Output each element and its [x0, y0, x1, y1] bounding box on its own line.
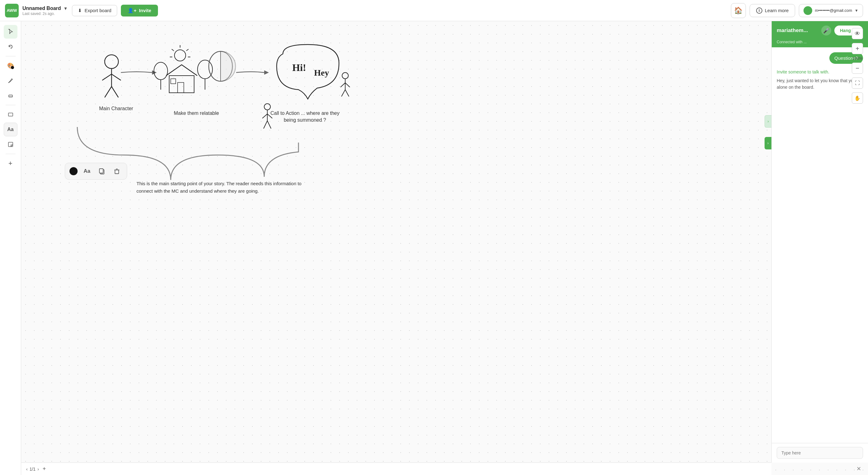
svg-line-37	[341, 83, 345, 87]
info-icon: i	[756, 7, 763, 14]
delete-button[interactable]	[111, 166, 122, 177]
caller-name: mariathem...	[777, 27, 818, 34]
chat-toggle-mid[interactable]: ›	[765, 137, 771, 149]
svg-line-15	[172, 49, 174, 51]
svg-line-9	[112, 87, 118, 97]
drawing-canvas: Hi! Hey	[21, 21, 868, 475]
svg-rect-3	[8, 142, 13, 147]
svg-line-30	[267, 114, 272, 118]
learn-more-button[interactable]: i Learn more	[750, 4, 796, 17]
canvas-area[interactable]: Hi! Hey Main Character Make them relatab…	[21, 21, 868, 475]
tool-sticky[interactable]	[4, 138, 18, 151]
tool-undo[interactable]	[4, 40, 18, 54]
app-logo: AWW	[5, 4, 19, 18]
svg-rect-19	[169, 76, 194, 93]
tool-shape[interactable]	[4, 108, 18, 122]
tool-pen[interactable]	[4, 74, 18, 88]
text-tool-label: Aa	[7, 127, 13, 132]
color-picker-button[interactable]	[69, 167, 78, 175]
tool-brush[interactable]: 🎨	[4, 59, 18, 72]
board-saved-status: Last saved: 2s ago.	[23, 11, 68, 16]
user-menu[interactable]: m••••••••@gmail.com ▼	[799, 4, 863, 17]
sidebar-tools: 🎨 Aa +	[0, 21, 21, 475]
font-label: Aa	[84, 168, 90, 174]
home-button[interactable]: 🏠	[731, 3, 746, 18]
zoom-level: 100%	[852, 56, 862, 61]
home-icon: 🏠	[734, 6, 742, 14]
bottom-bar: ‹ 1/1 › +	[21, 463, 771, 475]
hand-tool-button[interactable]: ✋	[852, 93, 863, 104]
eye-button[interactable]: 👁	[852, 28, 863, 39]
font-style-button[interactable]: Aa	[81, 166, 93, 177]
svg-line-40	[345, 90, 349, 97]
svg-point-11	[175, 50, 186, 61]
invite-button[interactable]: 👤+ Invite	[121, 5, 158, 16]
chat-messages: Questions? Invite someone to talk with. …	[772, 47, 868, 443]
add-page-button[interactable]: +	[43, 466, 46, 472]
info-message: Hey, just wanted to let you know that yo…	[777, 77, 863, 91]
svg-rect-21	[171, 79, 176, 84]
svg-line-29	[262, 114, 267, 118]
svg-line-8	[105, 87, 112, 97]
tool-eraser[interactable]	[4, 89, 18, 102]
floating-toolbar: Aa	[65, 163, 127, 180]
user-avatar	[804, 6, 812, 15]
zoom-out-button[interactable]: −	[852, 63, 863, 74]
zoom-in-button[interactable]: +	[852, 43, 863, 54]
svg-text:Hi!: Hi!	[292, 62, 306, 73]
svg-point-4	[105, 55, 118, 68]
svg-line-38	[345, 83, 350, 87]
svg-text:Hey: Hey	[314, 68, 329, 77]
svg-line-13	[186, 49, 188, 51]
zoom-controls: 👁 + 100% − ⛶ ✋	[852, 28, 863, 104]
invite-icon: 👤+	[128, 8, 136, 13]
svg-point-22	[197, 60, 213, 79]
svg-line-32	[267, 121, 271, 129]
svg-point-35	[342, 72, 348, 79]
svg-line-31	[264, 121, 267, 129]
user-chevron-icon: ▼	[855, 8, 858, 13]
svg-rect-2	[8, 113, 13, 116]
learn-more-label: Learn more	[765, 8, 789, 13]
page-next-button[interactable]: ›	[37, 467, 39, 472]
svg-rect-20	[178, 82, 184, 93]
svg-rect-43	[115, 170, 119, 174]
fullscreen-button[interactable]: ⛶	[852, 77, 863, 89]
mic-button[interactable]: 🎤	[821, 26, 831, 35]
tool-add[interactable]: +	[4, 157, 18, 170]
chat-toggle-top[interactable]: ›	[765, 115, 771, 128]
page-navigation: ‹ 1/1 ›	[26, 467, 39, 472]
header: AWW Unnamed Board ▼ Last saved: 2s ago. …	[0, 0, 868, 21]
board-title: Unnamed Board	[23, 6, 61, 11]
invite-label: Invite	[139, 8, 151, 13]
copy-button[interactable]	[96, 166, 107, 177]
board-dropdown-button[interactable]: ▼	[63, 5, 68, 11]
svg-point-17	[154, 62, 167, 80]
page-prev-button[interactable]: ‹	[26, 467, 28, 472]
chat-input-area	[772, 443, 868, 463]
user-email: m••••••••@gmail.com	[815, 8, 852, 13]
svg-line-39	[341, 90, 345, 97]
tool-text[interactable]: Aa	[4, 123, 18, 136]
board-title-area: Unnamed Board ▼ Last saved: 2s ago.	[23, 5, 68, 16]
svg-rect-42	[99, 169, 103, 173]
svg-line-7	[112, 74, 121, 80]
export-board-button[interactable]: ⬇ Export board	[72, 5, 117, 16]
tool-select[interactable]	[4, 25, 18, 39]
export-icon: ⬇	[78, 8, 82, 13]
invite-message: Invite someone to talk with.	[777, 69, 863, 74]
chat-input[interactable]	[777, 447, 863, 459]
export-label: Export board	[85, 8, 111, 13]
svg-point-27	[264, 104, 271, 110]
svg-line-6	[102, 74, 112, 80]
svg-marker-24	[264, 70, 269, 75]
page-indicator: 1/1	[30, 467, 35, 472]
close-button[interactable]: ✕	[854, 465, 863, 473]
